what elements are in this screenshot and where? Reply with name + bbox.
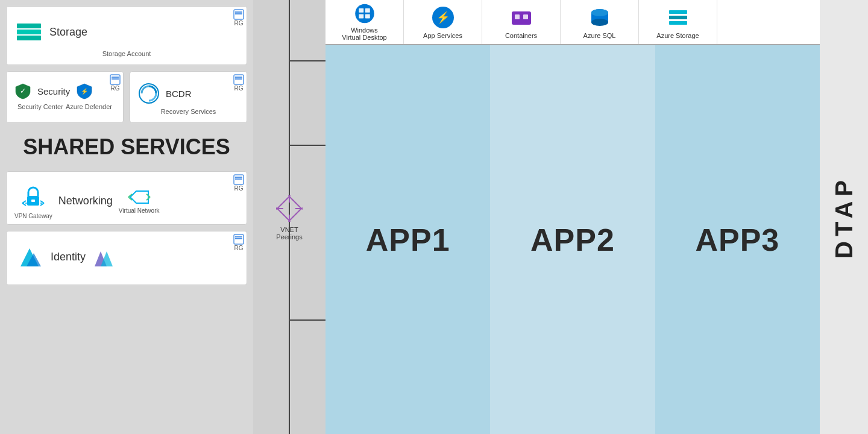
svg-rect-4 [17, 30, 41, 34]
dtap-label: DTAP [831, 175, 858, 259]
wvd-label: WindowsVirtual Desktop [342, 27, 386, 41]
azure-storage-label: Azure Storage [656, 32, 699, 39]
h-line-2 [289, 145, 326, 146]
svg-rect-3 [17, 24, 41, 28]
svg-rect-5 [17, 36, 41, 40]
networking-rg-badge: RG [233, 174, 244, 192]
virtual-network-icon [127, 188, 151, 206]
storage-title: Storage [49, 26, 87, 39]
svg-rect-40 [365, 14, 370, 18]
app2-column: APP2 [490, 45, 655, 434]
app-columns-area: APP1 APP2 APP3 [326, 45, 820, 434]
dtap-panel: DTAP [820, 0, 868, 434]
bcdr-title: BCDR [166, 89, 192, 99]
svg-rect-13 [235, 77, 242, 78]
azure-sql-label: Azure SQL [583, 32, 616, 39]
security-card: RG ✓ Security ⚡ Security Cen [6, 71, 124, 123]
top-service-azure-storage: Azure Storage [639, 0, 717, 44]
identity-title: Identity [51, 251, 86, 263]
svg-rect-1 [235, 13, 242, 14]
top-service-app-services: ⚡ App Services [404, 0, 482, 44]
svg-rect-45 [523, 14, 528, 19]
top-service-azure-sql: Azure SQL [561, 0, 639, 44]
app1-label: APP1 [366, 222, 450, 258]
svg-point-48 [591, 19, 608, 26]
identity-icon-left [14, 242, 45, 272]
azure-storage-icon [666, 5, 690, 30]
svg-rect-51 [669, 16, 687, 19]
security-footer: Security Center Azure Defender [11, 99, 118, 113]
left-panel: RG Storage Storage Account [0, 0, 253, 434]
security-card-content: ✓ Security ⚡ [11, 77, 118, 99]
storage-rg-badge: RG [233, 9, 244, 27]
svg-rect-37 [359, 8, 363, 13]
svg-text:⚡: ⚡ [436, 11, 450, 24]
svg-rect-44 [515, 14, 520, 19]
top-services-row: WindowsVirtual Desktop ⚡ App Services Co… [326, 0, 820, 45]
bcdr-icon [138, 83, 160, 104]
containers-icon [509, 5, 533, 30]
svg-rect-8 [112, 77, 119, 78]
vnet-peerings-container: VNET Peerings [271, 193, 307, 241]
svg-rect-39 [359, 14, 363, 18]
vnet-label: VNET Peerings [271, 226, 307, 241]
top-service-wvd: WindowsVirtual Desktop [326, 0, 404, 44]
right-panel: WindowsVirtual Desktop ⚡ App Services Co… [326, 0, 820, 434]
azure-sql-icon [588, 5, 612, 30]
app3-label: APP3 [695, 222, 779, 258]
storage-card-content: Storage [11, 11, 242, 46]
identity-card: RG Identity [6, 231, 247, 285]
svg-rect-21 [235, 238, 242, 239]
top-service-containers: Containers [482, 0, 561, 44]
h-line-1 [289, 60, 326, 61]
app3-column: APP3 [655, 45, 820, 434]
svg-point-36 [355, 4, 374, 24]
identity-rg-badge: RG [233, 234, 244, 251]
networking-card: RG VPN Gateway Networking [6, 171, 247, 225]
svg-rect-22 [235, 236, 242, 237]
vpn-gateway-icon [19, 183, 48, 212]
svg-rect-38 [365, 8, 370, 13]
main-container: RG Storage Storage Account [0, 0, 868, 434]
svg-rect-7 [112, 78, 119, 80]
azure-defender-icon: ⚡ [76, 83, 93, 99]
storage-icon [14, 17, 43, 46]
svg-point-49 [591, 9, 608, 16]
wvd-icon [353, 3, 377, 24]
svg-rect-52 [669, 21, 687, 25]
identity-card-content: Identity [11, 236, 242, 272]
storage-footer: Storage Account [11, 46, 242, 60]
vnet-peerings-icon [274, 193, 304, 224]
app1-column: APP1 [326, 45, 490, 434]
svg-text:✓: ✓ [20, 87, 26, 95]
security-center-icon: ✓ [14, 83, 31, 99]
storage-card: RG Storage Storage Account [6, 6, 247, 65]
svg-rect-50 [669, 10, 687, 14]
security-title: Security [37, 86, 70, 96]
bcdr-rg-badge: RG [233, 74, 244, 92]
svg-rect-17 [235, 177, 242, 178]
app2-label: APP2 [530, 222, 615, 258]
svg-rect-2 [235, 11, 242, 13]
app-services-label: App Services [423, 32, 462, 39]
networking-card-content: VPN Gateway Networking Virtual Network [11, 177, 242, 219]
security-rg-badge: RG [110, 74, 121, 92]
containers-label: Containers [505, 32, 537, 39]
networking-title: Networking [58, 195, 113, 207]
bcdr-footer: Recovery Services [135, 104, 242, 118]
connector-panel: VNET Peerings [253, 0, 326, 434]
app-services-icon: ⚡ [431, 5, 455, 30]
svg-rect-16 [235, 178, 242, 180]
svg-text:⚡: ⚡ [81, 87, 89, 95]
identity-icon-right [92, 242, 116, 272]
bcdr-card-content: BCDR [135, 77, 242, 104]
svg-rect-19 [31, 200, 35, 202]
security-bcdr-row: RG ✓ Security ⚡ Security Cen [6, 71, 247, 123]
svg-rect-12 [235, 78, 242, 80]
svg-rect-43 [512, 11, 531, 25]
bcdr-card: RG BCDR Recovery Services [130, 71, 247, 123]
shared-services-label: SHARED SERVICES [6, 129, 247, 165]
h-line-3 [289, 319, 326, 321]
